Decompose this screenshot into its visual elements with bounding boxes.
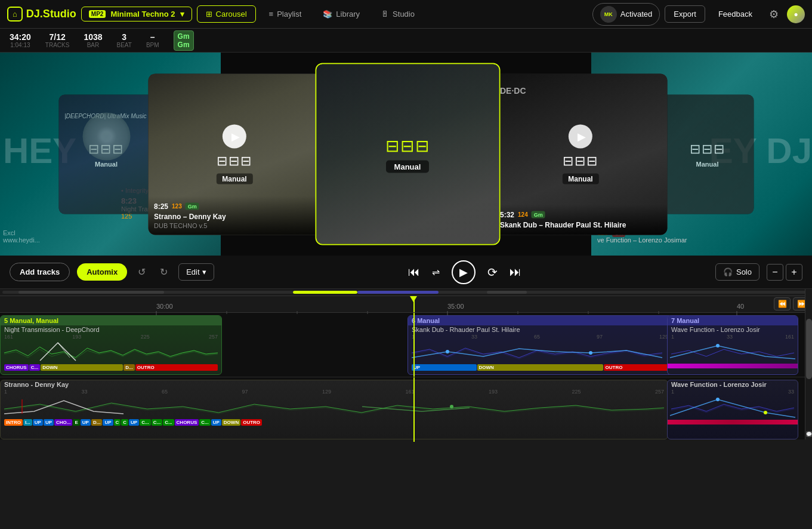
dj-studio-logo[interactable]: ⌂ DJ.Studio xyxy=(7,7,76,21)
carousel-area: HEY Exclwww.heydi... • Integrity – Deepe… xyxy=(0,53,812,256)
zoom-out-button[interactable]: − xyxy=(767,264,783,281)
stranno-track-block[interactable]: Stranno - Denny Kay 13365971291611932252… xyxy=(0,380,668,439)
track-5-block[interactable]: 5 Manual, Manual Night Transmission - De… xyxy=(0,315,222,375)
logo-text: DJ.Studio xyxy=(26,8,76,20)
tracks-label: TRACKS xyxy=(45,42,70,48)
play-icon: ▶ xyxy=(459,266,468,279)
playlist-icon: ≡ xyxy=(269,10,274,19)
svg-point-14 xyxy=(716,398,720,401)
svg-point-11 xyxy=(716,344,720,347)
chat-icon[interactable]: 💬 xyxy=(806,431,812,437)
crossfade-button[interactable]: ⇌ xyxy=(432,266,440,278)
bar-value: 1038 xyxy=(84,32,102,42)
card5-controls: ⊟⊟⊟ Manual xyxy=(690,141,725,167)
card3-controls: ⊟⊟⊟ Manual xyxy=(385,136,430,173)
playlist-label: Playlist xyxy=(277,10,301,19)
studio-icon: 🎚 xyxy=(381,10,389,19)
play-button[interactable]: ▶ xyxy=(452,260,476,284)
fast-nav-buttons: ⏪ ⏩ xyxy=(774,297,810,310)
skip-back-button[interactable]: ⏮ xyxy=(408,265,420,279)
mixed-key-icon: MK xyxy=(600,6,617,23)
key-badge: Gm Gm xyxy=(174,30,194,51)
track-7-bars: 133161 xyxy=(668,334,798,340)
ruler-ticks xyxy=(0,307,812,312)
zoom-controls: − + xyxy=(767,264,802,281)
track-5-waveform xyxy=(1,340,221,364)
undo-button[interactable]: ↺ xyxy=(134,263,149,281)
studio-label: Studio xyxy=(393,10,415,19)
track-7-title: Wave Function - Lorenzo Josir xyxy=(668,325,798,334)
track-row-2: Stranno - Denny Kay 13365971291611932252… xyxy=(0,377,812,442)
fast-rewind-button[interactable]: ⏪ xyxy=(774,297,791,310)
track-6-header: 6 Manual xyxy=(408,316,672,325)
settings-button[interactable]: ⚙ xyxy=(765,4,782,24)
svg-point-9 xyxy=(446,350,449,353)
time-stat: 34:20 1:04:13 xyxy=(10,32,31,48)
feedback-button[interactable]: Feedback xyxy=(710,6,761,22)
playlist-tab[interactable]: ≡ Playlist xyxy=(261,6,310,22)
edit-chevron-icon: ▾ xyxy=(202,267,206,276)
playlist-name: Minimal Techno 2 xyxy=(110,10,175,19)
studio-tab[interactable]: 🎚 Studio xyxy=(373,6,423,22)
beat-stat: 3 BEAT xyxy=(117,32,132,48)
scrollbar-track[interactable] xyxy=(2,291,810,294)
wave-bars: 133 xyxy=(668,389,798,395)
card2-controls: ▶ ⊟⊟⊟ Manual xyxy=(216,124,252,184)
stranno-title: Stranno - Denny Kay xyxy=(1,380,668,389)
vertical-scrollbar[interactable]: 💬 xyxy=(805,289,812,439)
wave-function-title: Wave Function - Lorenzo Josir xyxy=(668,380,798,389)
track-6-waveform xyxy=(408,340,672,364)
solo-button[interactable]: 🎧 Solo xyxy=(715,263,759,281)
left-subtitle: Exclwww.heydi... xyxy=(3,229,40,244)
headphone-icon: 🎧 xyxy=(723,267,733,276)
time-value: 34:20 xyxy=(10,32,31,42)
bpm-value: – xyxy=(150,32,155,42)
automix-button[interactable]: Automix xyxy=(77,263,127,281)
mp-badge: MP2 xyxy=(89,10,106,18)
stranno-bars: 1336597129161193225257 xyxy=(1,389,668,395)
solo-label: Solo xyxy=(736,267,752,276)
timeline-scrollbar[interactable] xyxy=(0,289,812,296)
scrollbar-thumb-3 xyxy=(487,291,527,294)
track-row-1: 5 Manual, Manual Night Transmission - De… xyxy=(0,313,812,377)
beat-value: 3 xyxy=(122,32,126,42)
track-7-waveform xyxy=(668,340,798,364)
tracks-value: 7/12 xyxy=(49,32,65,42)
mixed-key-button[interactable]: MK Activated xyxy=(592,3,660,26)
beat-label: BEAT xyxy=(117,42,132,48)
transport-bar: Add tracks Automix ↺ ↻ Edit ▾ ⏮ ⇌ ▶ ⟳ ⏭ … xyxy=(0,256,812,289)
carousel-tab[interactable]: ⊞ Carousel xyxy=(197,5,256,23)
wave-function-track-block[interactable]: Wave Function - Lorenzo Josir 133 xyxy=(667,380,798,439)
bpm-label: BPM xyxy=(146,42,159,48)
redo-button[interactable]: ↻ xyxy=(156,263,171,281)
skip-forward-button[interactable]: ⏭ xyxy=(510,265,521,279)
track-6-title: Skank Dub - Rhauder Paul St. Hilaire xyxy=(408,325,672,334)
stranno-waveform xyxy=(1,395,668,419)
track-6-block[interactable]: 6 Manual Skank Dub - Rhauder Paul St. Hi… xyxy=(407,315,672,375)
carousel-label: Carousel xyxy=(216,10,247,19)
export-button[interactable]: Export xyxy=(665,5,705,23)
zoom-in-button[interactable]: + xyxy=(786,264,802,281)
playlist-selector[interactable]: MP2 Minimal Techno 2 ▾ xyxy=(81,7,192,21)
edit-button[interactable]: Edit ▾ xyxy=(178,263,214,281)
add-tracks-button[interactable]: Add tracks xyxy=(10,263,70,281)
svg-point-15 xyxy=(764,411,767,414)
carousel-card-3-selected[interactable]: ⊟⊟⊟ Manual xyxy=(315,63,500,245)
repeat-button[interactable]: ⟳ xyxy=(487,265,498,279)
library-tab[interactable]: 📚 Library xyxy=(314,6,368,22)
card4-controls: ▶ ⊟⊟⊟ Manual xyxy=(562,124,598,184)
timeline-ruler: 30:00 35:00 40 ⏪ ⏩ xyxy=(0,296,812,313)
track-5-header: 5 Manual, Manual xyxy=(1,316,221,325)
track-row2-playhead xyxy=(413,377,415,442)
carousel-card-1[interactable]: |DEEPCHORD| UltraMix Music ⊟⊟⊟ Manual xyxy=(58,94,154,214)
bar-label: BAR xyxy=(87,42,100,48)
carousel-card-2[interactable]: ▶ ⊟⊟⊟ Manual 8:25 123 Gm Stranno – Denny… xyxy=(148,73,321,235)
track-5-title: Night Transmission - DeepChord xyxy=(1,325,221,334)
track-7-block[interactable]: 7 Manual Wave Function - Lorenzo Josir 1… xyxy=(667,315,798,375)
carousel-card-5[interactable]: ⊟⊟⊟ Manual xyxy=(661,94,754,214)
track-row1-playhead xyxy=(413,313,415,377)
svg-point-10 xyxy=(589,351,592,355)
user-avatar[interactable]: ● xyxy=(787,5,805,23)
carousel-card-4[interactable]: DE·DC ▶ ⊟⊟⊟ Manual 5:32 124 Gm Skank Dub… xyxy=(494,73,667,235)
card4-info: 5:32 124 Gm Skank Dub – Rhauder Paul St.… xyxy=(494,204,667,235)
